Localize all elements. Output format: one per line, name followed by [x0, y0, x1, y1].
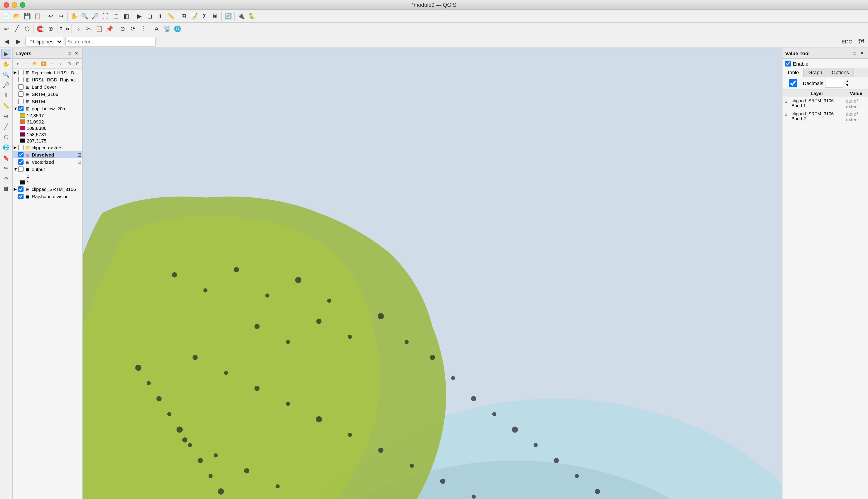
digitize-btn[interactable]: ✏ [1, 24, 11, 34]
save-as-btn[interactable]: 📋 [33, 11, 43, 21]
tab-graph[interactable]: Graph [804, 68, 827, 77]
layer-checkbox-clipped-srtm[interactable] [18, 186, 24, 192]
save-btn[interactable]: 💾 [22, 11, 32, 21]
layer-checkbox-clipped-rasters[interactable] [18, 145, 24, 150]
edc-btn[interactable]: EDC [840, 36, 854, 46]
measure-tool[interactable]: 📏 [1, 101, 11, 111]
enable-checkbox[interactable] [785, 61, 791, 66]
decimals-down-btn[interactable]: ▼ [845, 83, 849, 87]
expand-icon[interactable]: ▼ [14, 106, 18, 111]
split-btn[interactable]: ⋮ [138, 24, 148, 34]
minimize-button[interactable] [12, 2, 17, 8]
collapse-all-btn[interactable]: ⊟ [74, 60, 82, 68]
layer-item-pop-below[interactable]: ▼ ⊞ pop_below_20m [13, 105, 82, 112]
node-tool-btn[interactable]: ⬦ [73, 24, 83, 34]
zoom-select-btn[interactable]: ⬚ [111, 11, 121, 21]
gps-btn[interactable]: 📡 [162, 24, 172, 34]
layer-item-dissolved[interactable]: ◼ Dissolved ◱ [13, 151, 82, 158]
copy-btn[interactable]: 📋 [94, 24, 104, 34]
add-point-tool[interactable]: ⊕ [1, 111, 11, 121]
layer-checkbox-rajshahi[interactable] [18, 194, 24, 199]
expand-icon[interactable]: ▶ [14, 187, 18, 191]
expand-icon[interactable]: ▶ [14, 145, 18, 150]
undo-btn[interactable]: ↩ [46, 11, 56, 21]
redo-btn[interactable]: ↪ [56, 11, 66, 21]
search-input[interactable] [65, 36, 156, 46]
identify-tool[interactable]: ℹ [1, 90, 11, 100]
layer-notes-btn[interactable]: 📝 [189, 11, 199, 21]
decimals-input[interactable]: 1 [825, 79, 843, 88]
pan-tool[interactable]: ✋ [1, 59, 11, 69]
layer-item-clipped-srtm[interactable]: ▶ ⊞ clipped_SRTM_3106 [13, 185, 82, 193]
new-project-btn[interactable]: 📄 [1, 11, 11, 21]
snapping-btn[interactable]: 🧲 [35, 24, 45, 34]
stats-btn[interactable]: Σ [200, 11, 209, 21]
layer-up-btn[interactable]: ↑ [48, 60, 56, 68]
annotation-tool[interactable]: ✏ [1, 163, 11, 173]
settings-tool[interactable]: ⚙ [1, 174, 11, 184]
layer-down-btn[interactable]: ↓ [57, 60, 65, 68]
reshape-btn[interactable]: ⟳ [128, 24, 138, 34]
layer-item-landcover[interactable]: ⊞ Land Cover [13, 83, 82, 90]
select-rect-btn[interactable]: ◻ [145, 11, 155, 21]
tab-table[interactable]: Table [782, 68, 804, 77]
value-tool-close-btn[interactable]: ✕ [859, 50, 865, 56]
globe-tool[interactable]: 🌐 [1, 143, 11, 153]
layer-checkbox-dissolved[interactable] [18, 152, 24, 157]
location-forward-btn[interactable]: ▶ [14, 36, 24, 46]
map-theme-btn[interactable]: 🗺 [856, 36, 866, 46]
add-layer-btn[interactable]: + [14, 60, 22, 68]
tab-options[interactable]: Options [827, 68, 854, 77]
expand-all-btn[interactable]: ⊞ [65, 60, 73, 68]
advanced-digitize-btn[interactable]: ⊙ [118, 24, 128, 34]
zoom-out-tool[interactable]: 🔎 [1, 80, 11, 90]
calculator-btn[interactable]: 🖩 [210, 11, 220, 21]
layer-checkbox-reprojected[interactable] [18, 70, 24, 75]
identify-btn[interactable]: ℹ [155, 11, 165, 21]
layers-close-btn[interactable]: ✕ [73, 50, 80, 56]
add-line-tool[interactable]: ╱ [1, 122, 11, 132]
open-layer-btn[interactable]: 📂 [31, 60, 39, 68]
decimals-up-btn[interactable]: ▲ [845, 79, 849, 83]
open-btn[interactable]: 📂 [12, 11, 22, 21]
layer-item-hrsl[interactable]: ⊞ HRSL_BGD_Rajshahi_Population [13, 76, 82, 83]
paste-btn[interactable]: 📌 [105, 24, 114, 34]
select-tool[interactable]: ▶ [1, 49, 11, 59]
layer-checkbox-srtm3106[interactable] [18, 92, 24, 97]
layer-item-rajshahi[interactable]: ◼ Rajshahi_division [13, 193, 82, 200]
attribute-table-btn[interactable]: ⊞ [179, 11, 189, 21]
remove-layer-btn[interactable]: − [22, 60, 30, 68]
bookmark-tool[interactable]: 🔖 [1, 153, 11, 163]
vertex-btn[interactable]: ⊕ [46, 24, 56, 34]
map-area[interactable]: 20m Coordinate:294068.04576272465,273136… [83, 48, 782, 499]
layer-item-srtm3106[interactable]: ⊞ SRTM_3106 [13, 90, 82, 98]
layer-item-output[interactable]: ▼ ◼ output [13, 166, 82, 173]
python-btn[interactable]: 🐍 [246, 11, 257, 21]
layer-detach-btn[interactable]: ◱ [77, 153, 82, 157]
layer-checkbox-hrsl[interactable] [18, 77, 24, 82]
maximize-button[interactable] [20, 2, 25, 8]
value-tool-expand-btn[interactable]: □ [852, 50, 858, 56]
decimals-checkbox[interactable] [785, 79, 801, 87]
layer-item-reprojected[interactable]: ▶ ⊞ Reprojected_HRSL_BGD_Rajshahi_Popula… [13, 69, 82, 76]
filter-btn[interactable]: 🔽 [39, 60, 48, 68]
country-select[interactable]: Philippines [25, 36, 63, 46]
add-line-btn[interactable]: ╱ [12, 24, 22, 34]
add-poly-btn[interactable]: ⬡ [22, 24, 32, 34]
expand-icon[interactable]: ▼ [14, 167, 18, 171]
pan-btn[interactable]: ✋ [69, 11, 79, 21]
zoom-out-btn[interactable]: 🔎 [90, 11, 100, 21]
refresh-btn[interactable]: 🔄 [223, 11, 233, 21]
location-back-btn[interactable]: ◀ [2, 36, 12, 46]
layer-item-vectorized[interactable]: ⊞ Vectorized ◱ [13, 158, 82, 166]
layer-detach-btn-v[interactable]: ◱ [77, 160, 82, 164]
add-poly-tool[interactable]: ⬡ [1, 132, 11, 142]
zoom-in-tool[interactable]: 🔍 [1, 70, 11, 80]
measure-btn[interactable]: 📏 [166, 11, 176, 21]
select-btn[interactable]: ▶ [134, 11, 144, 21]
cut-btn[interactable]: ✂ [84, 24, 94, 34]
layer-item-srtm[interactable]: ⊞ SRTM [13, 98, 82, 105]
layer-item-clipped-rasters[interactable]: ▶ 📁 clipped rasters [13, 144, 82, 151]
layer-checkbox-srtm[interactable] [18, 99, 24, 104]
layers-expand-btn[interactable]: □ [66, 50, 72, 56]
